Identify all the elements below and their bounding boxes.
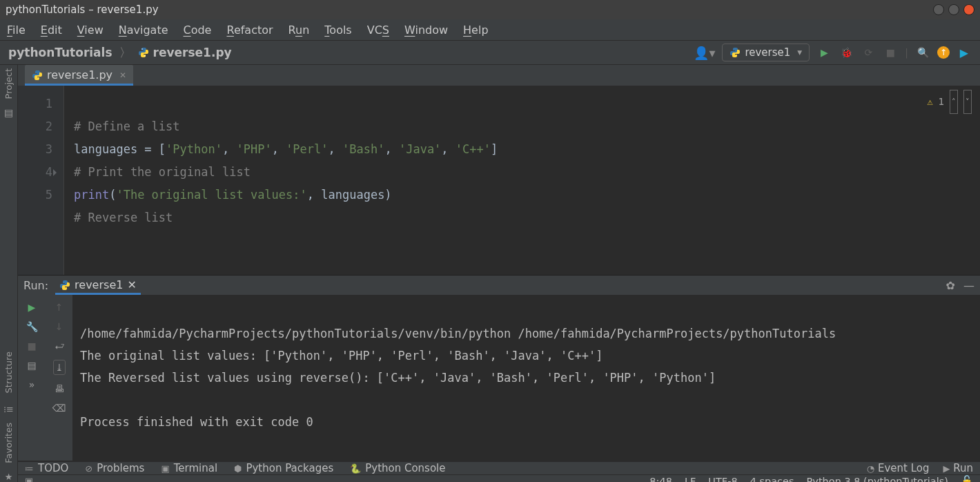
- rerun-button[interactable]: ▶: [28, 302, 36, 313]
- code-string: 'Perl': [286, 142, 328, 156]
- code-string: 'Bash': [342, 142, 384, 156]
- profile-icon[interactable]: 👤▾: [694, 46, 715, 60]
- menu-navigate[interactable]: Navigate: [119, 23, 168, 37]
- code-op: , languages): [307, 188, 392, 202]
- file-encoding[interactable]: UTF-8: [708, 476, 737, 483]
- print-icon[interactable]: 🖶: [55, 383, 64, 394]
- svg-point-1: [144, 55, 146, 57]
- code-comment: # Define a list: [74, 119, 180, 133]
- code-op: ,: [384, 142, 398, 156]
- menu-bar: File Edit View Navigate Code Refactor Ru…: [0, 19, 980, 40]
- clear-icon[interactable]: ⌫: [52, 403, 66, 414]
- menu-window[interactable]: Window: [404, 23, 448, 37]
- readonly-lock-icon[interactable]: 🔓: [961, 475, 973, 482]
- breadcrumb[interactable]: pythonTutorials 〉 reverse1.py: [8, 45, 232, 61]
- close-runtab-icon[interactable]: ✕: [127, 278, 136, 291]
- menu-help[interactable]: Help: [463, 23, 488, 37]
- breadcrumb-file[interactable]: reverse1.py: [153, 46, 232, 59]
- maximize-button[interactable]: [948, 4, 959, 15]
- close-button[interactable]: [963, 4, 974, 15]
- stop-run-button[interactable]: ■: [27, 340, 36, 351]
- nav-up-icon[interactable]: ˄: [950, 90, 958, 114]
- project-toolwindow-tab[interactable]: Project: [3, 68, 14, 99]
- code-op: (: [109, 188, 116, 202]
- code-op: ,: [329, 142, 342, 156]
- window-controls: [933, 4, 974, 15]
- nav-down-icon[interactable]: ˅: [963, 90, 972, 114]
- run-config-name: reverse1: [745, 46, 790, 59]
- menu-view[interactable]: View: [77, 23, 104, 37]
- menu-refactor[interactable]: Refactor: [226, 23, 273, 37]
- line-number: 4: [18, 161, 52, 184]
- breadcrumb-project[interactable]: pythonTutorials: [8, 46, 112, 59]
- layout-icon[interactable]: ▤: [27, 360, 36, 371]
- code-string: 'PHP': [236, 142, 271, 156]
- close-tab-icon[interactable]: ✕: [119, 70, 126, 80]
- line-separator[interactable]: LF: [685, 476, 696, 483]
- favorites-icon[interactable]: ★: [5, 472, 13, 482]
- settings-icon[interactable]: ✿: [946, 279, 955, 292]
- run-tab[interactable]: reverse1 ✕: [55, 276, 141, 295]
- menu-tools[interactable]: Tools: [324, 23, 351, 37]
- editor-tab-reverse1[interactable]: reverse1.py ✕: [25, 65, 133, 86]
- terminal-tab[interactable]: ▣Terminal: [161, 462, 217, 474]
- indent-setting[interactable]: 4 spaces: [750, 476, 794, 483]
- run-toolwindow: Run: reverse1 ✕ ✿ — ▶ �: [18, 275, 980, 461]
- softwrap-icon[interactable]: ⮐: [55, 340, 64, 351]
- down-stack-icon[interactable]: ↓: [55, 321, 63, 332]
- structure-icon[interactable]: ⁝≡: [3, 404, 14, 414]
- ide-scripting-icon[interactable]: ▶: [957, 45, 972, 60]
- svg-point-0: [141, 48, 143, 50]
- statusbar-left-icon[interactable]: ▣: [25, 476, 33, 482]
- return-icon[interactable]: »: [29, 379, 35, 390]
- menu-file[interactable]: File: [7, 23, 26, 37]
- tab-label: reverse1.py: [47, 68, 112, 81]
- project-folder-icon[interactable]: ▤: [4, 107, 13, 118]
- menu-run[interactable]: Run: [288, 23, 310, 37]
- packages-label: Python Packages: [246, 462, 333, 474]
- console-output[interactable]: /home/fahmida/PycharmProjects/pythonTuto…: [73, 295, 980, 461]
- code-editor[interactable]: 1 2 3 4 5 # Define a list languages = ['…: [18, 86, 980, 275]
- dropdown-icon: ▼: [797, 49, 802, 56]
- inspection-indicator[interactable]: ⚠ 1 ˄ ˅: [927, 90, 972, 114]
- menu-edit[interactable]: Edit: [41, 23, 62, 37]
- run-config-selector[interactable]: reverse1 ▼: [722, 44, 810, 61]
- runtool-tab[interactable]: ▶ Run: [943, 462, 973, 474]
- window-title: pythonTutorials – reverse1.py: [6, 3, 159, 16]
- navigation-toolbar: pythonTutorials 〉 reverse1.py 👤▾ reverse…: [0, 40, 980, 65]
- search-everywhere-icon[interactable]: 🔍: [915, 45, 930, 60]
- caret-position[interactable]: 8:48: [649, 476, 672, 483]
- run-body: ▶ 🔧 ■ ▤ » ↑ ↓ ⮐ ⤓ 🖶 ⌫ /home/fahmida/Pych…: [18, 295, 980, 461]
- minimize-panel-icon[interactable]: —: [963, 279, 974, 292]
- code-area[interactable]: # Define a list languages = ['Python', '…: [63, 86, 980, 275]
- favorites-toolwindow-tab[interactable]: Favorites: [3, 423, 14, 463]
- debug-button[interactable]: 🐞: [839, 45, 854, 60]
- line-number: 1: [18, 93, 52, 115]
- packages-tab[interactable]: ⬢Python Packages: [234, 462, 333, 474]
- todo-tab[interactable]: ≔TODO: [25, 462, 68, 474]
- structure-toolwindow-tab[interactable]: Structure: [3, 351, 14, 393]
- minimize-button[interactable]: [933, 4, 944, 15]
- warning-count: 1: [939, 90, 944, 113]
- coverage-button[interactable]: ⟳: [861, 45, 876, 60]
- up-stack-icon[interactable]: ↑: [55, 302, 63, 313]
- main-area: reverse1.py ✕ 1 2 3 4 5 # Define a list …: [18, 65, 980, 482]
- work-area: Project ▤ Structure ⁝≡ Favorites ★ rever…: [0, 65, 980, 482]
- eventlog-tab[interactable]: ◔ Event Log: [867, 462, 930, 474]
- menu-vcs[interactable]: VCS: [367, 23, 389, 37]
- code-identifier: languages: [74, 142, 144, 156]
- pyconsole-tab[interactable]: 🐍Python Console: [350, 462, 445, 474]
- menu-code[interactable]: Code: [184, 23, 212, 37]
- python-file-icon: [138, 47, 149, 58]
- wrench-icon[interactable]: 🔧: [26, 321, 38, 332]
- run-button[interactable]: ▶: [816, 45, 832, 60]
- console-line: The original list values: ['Python', 'PH…: [80, 349, 602, 363]
- status-bar: ▣ 8:48 LF UTF-8 4 spaces Python 3.8 (pyt…: [18, 474, 980, 482]
- code-op: ]: [491, 142, 498, 156]
- python-interpreter[interactable]: Python 3.8 (pythonTutorials): [807, 476, 948, 483]
- problems-tab[interactable]: ⊘Problems: [85, 462, 144, 474]
- scrolltoend-icon[interactable]: ⤓: [53, 360, 66, 375]
- stop-button[interactable]: ■: [883, 45, 898, 60]
- update-available-icon[interactable]: ↑: [937, 46, 950, 59]
- title-bar: pythonTutorials – reverse1.py: [0, 0, 980, 19]
